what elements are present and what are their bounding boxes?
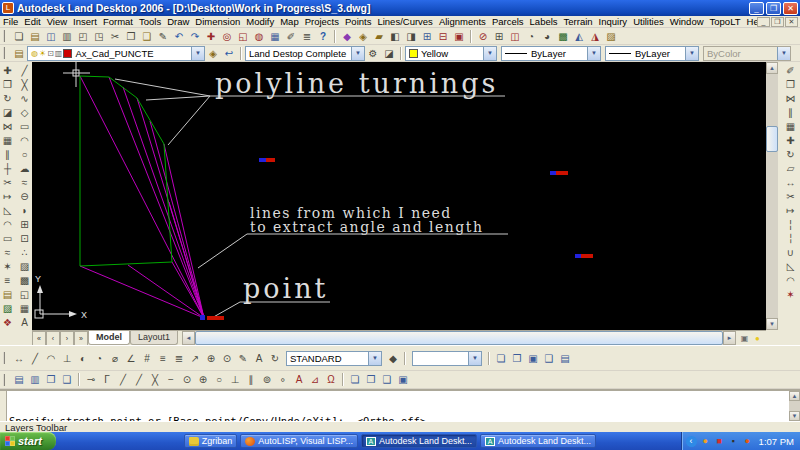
undo-icon[interactable]: ↶ — [171, 29, 187, 43]
table-icon[interactable]: ▦ — [17, 301, 32, 315]
polygon-icon[interactable]: ◇ — [17, 105, 32, 119]
scrollbar-thumb[interactable] — [195, 331, 723, 345]
menu-item[interactable]: Labels — [527, 16, 561, 28]
lineweight-combo[interactable]: ByLayer ▼ — [605, 46, 699, 61]
style-combo[interactable]: Land Destop Complete ▼ — [245, 46, 365, 61]
scroll-right-icon[interactable]: ► — [723, 331, 736, 345]
map-tool-5-icon[interactable]: ◕ — [539, 29, 555, 43]
dim-aligned-icon[interactable]: ╱ — [27, 351, 43, 365]
make-layer-current-icon[interactable]: ◈ — [205, 46, 221, 60]
style-manager-icon[interactable]: ◪ — [381, 46, 397, 60]
markup-set-manager-icon[interactable]: ✐ — [283, 29, 299, 43]
snap-icon[interactable]: ┼ — [0, 161, 15, 175]
save-icon[interactable]: ◫ — [43, 29, 59, 43]
construction-line-icon[interactable]: ╳ — [17, 77, 32, 91]
menu-item[interactable]: Terrain — [561, 16, 596, 28]
dim-radius-icon[interactable]: ◐ — [75, 351, 91, 365]
polyline-icon[interactable]: ∿ — [17, 91, 32, 105]
rotate-icon[interactable]: ↻ — [0, 91, 15, 105]
break-icon[interactable]: ╎ — [783, 231, 798, 245]
xref-tool-3-icon[interactable]: ❐ — [43, 373, 59, 387]
offset-icon[interactable]: ∥ — [783, 105, 798, 119]
menu-item[interactable]: Window — [667, 16, 707, 28]
command-window[interactable]: Specify stretch point or [Base point/Cop… — [0, 389, 800, 421]
dim-text-edit-icon[interactable]: A — [251, 351, 267, 365]
dash-tool-icon[interactable]: − — [163, 373, 179, 387]
calculator-icon[interactable]: ≣ — [299, 29, 315, 43]
chevron-down-icon[interactable]: ▼ — [191, 47, 204, 60]
scale-icon[interactable]: ▱ — [783, 161, 798, 175]
help-icon[interactable]: ? — [315, 29, 331, 43]
center-mark-icon[interactable]: ⊙ — [219, 351, 235, 365]
menu-item[interactable]: Inquiry — [596, 16, 631, 28]
block-tool-4-icon[interactable]: ▣ — [395, 373, 411, 387]
fillet-icon[interactable]: ◠ — [0, 217, 15, 231]
revision-cloud-icon[interactable]: ☁ — [17, 161, 32, 175]
fillet-icon[interactable]: ◠ — [783, 273, 798, 287]
scroll-up-icon[interactable]: ▲ — [789, 391, 800, 401]
tray-display-icon[interactable]: ▪ — [728, 436, 739, 447]
zoom-realtime-icon[interactable]: ◎ — [219, 29, 235, 43]
taskbar-button[interactable]: AutoLISP, Visual LISP... — [240, 434, 358, 448]
toolbar-grip[interactable] — [3, 352, 8, 364]
map-tool-2-icon[interactable]: ⊞ — [491, 29, 507, 43]
map-tool-4-icon[interactable]: ◔ — [523, 29, 539, 43]
dim-angular-icon[interactable]: ∠ — [123, 351, 139, 365]
scrollbar-thumb[interactable] — [766, 126, 778, 152]
dim-jogged-icon[interactable]: ◔ — [91, 351, 107, 365]
tracking-icon[interactable]: ⊸ — [83, 373, 99, 387]
land-tool-8-icon[interactable]: ▣ — [451, 29, 467, 43]
menu-item[interactable]: View — [44, 16, 70, 28]
land-tool-3-icon[interactable]: ▰ — [371, 29, 387, 43]
chevron-down-icon[interactable]: ▼ — [483, 47, 496, 60]
tray-firefox-icon[interactable]: ● — [742, 436, 753, 447]
array-icon[interactable]: ▦ — [783, 119, 798, 133]
block-tool-2-icon[interactable]: ❐ — [363, 373, 379, 387]
tab-last-icon[interactable]: » — [74, 331, 88, 346]
dim-ordinate-icon[interactable]: ⊥ — [59, 351, 75, 365]
dim-linear-icon[interactable]: ↔ — [11, 351, 27, 365]
dim-style-combo[interactable]: STANDARD ▼ — [286, 351, 382, 366]
tray-update-icon[interactable]: ● — [700, 436, 711, 447]
menu-item[interactable]: Points — [342, 16, 374, 28]
move-icon[interactable]: ✚ — [0, 63, 15, 77]
scroll-down-icon[interactable]: ▼ — [766, 318, 778, 330]
dim-arc-length-icon[interactable]: ◠ — [43, 351, 59, 365]
chevron-down-icon[interactable]: ▼ — [351, 47, 364, 60]
hatch-icon[interactable]: ▨ — [17, 259, 32, 273]
region-icon[interactable]: ◱ — [17, 287, 32, 301]
mdi-restore-button[interactable]: ❐ — [771, 17, 784, 27]
viewports-tool-3-icon[interactable]: ▣ — [525, 351, 541, 365]
start-button[interactable]: start — [0, 432, 56, 450]
dim-continue-icon[interactable]: ≣ — [171, 351, 187, 365]
open-icon[interactable]: ▤ — [27, 29, 43, 43]
osnap-node-icon[interactable]: ⊚ — [259, 373, 275, 387]
restore-button[interactable]: ❐ — [766, 2, 781, 15]
ellipse-icon[interactable]: ⊖ — [17, 189, 32, 203]
osnap-parallel-icon[interactable]: ∥ — [243, 373, 259, 387]
erase-icon[interactable]: ✐ — [783, 63, 798, 77]
close-button[interactable]: ✕ — [783, 2, 798, 15]
line-icon[interactable]: ╱ — [17, 63, 32, 77]
menu-item[interactable]: TopoLT — [707, 16, 744, 28]
minimize-button[interactable]: _ — [749, 2, 764, 15]
hatch-tool-icon[interactable]: ▨ — [0, 301, 15, 315]
ellipse-arc-icon[interactable]: ◗ — [17, 203, 32, 217]
viewports-tool-5-icon[interactable]: ▤ — [557, 351, 573, 365]
xref-tool-4-icon[interactable]: ❑ — [59, 373, 75, 387]
mirror-icon[interactable]: ⋈ — [0, 119, 15, 133]
scroll-down-icon[interactable]: ▼ — [789, 411, 800, 421]
toolbar-grip[interactable] — [3, 30, 8, 42]
multiline-text-icon[interactable]: A — [17, 315, 32, 329]
menu-item[interactable]: File — [0, 16, 21, 28]
land-tool-2-icon[interactable]: ◈ — [355, 29, 371, 43]
quick-leader-icon[interactable]: ↗ — [187, 351, 203, 365]
menu-item[interactable]: Draw — [164, 16, 192, 28]
dim-edit-icon[interactable]: ✎ — [235, 351, 251, 365]
point-tool-icon[interactable]: ∴ — [17, 245, 32, 259]
menu-item[interactable]: Edit — [21, 16, 43, 28]
plot-icon[interactable]: ▥ — [59, 29, 75, 43]
trim-icon[interactable]: ✂ — [0, 175, 15, 189]
properties-icon[interactable]: ≡ — [0, 273, 15, 287]
polyline-edit-icon[interactable]: ≈ — [0, 245, 15, 259]
